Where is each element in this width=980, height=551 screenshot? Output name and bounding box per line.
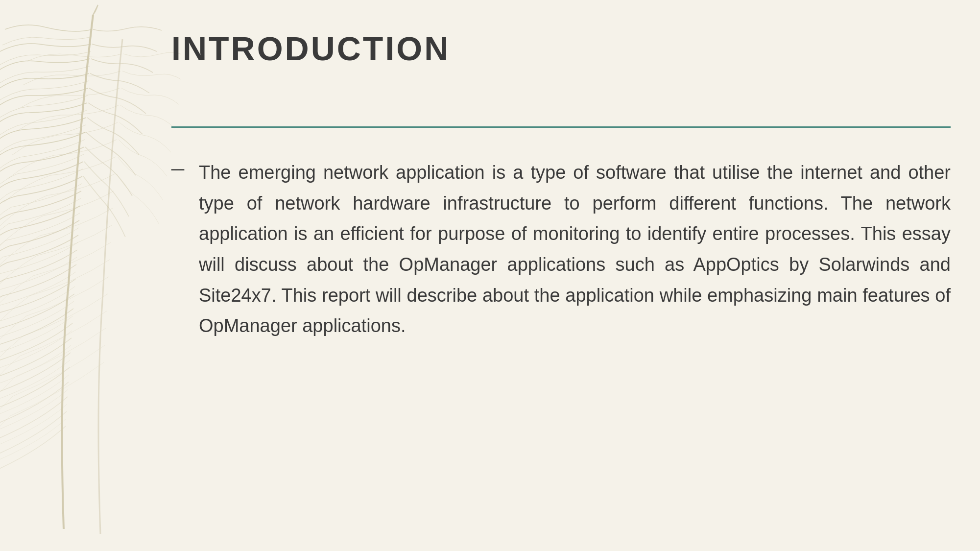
- body-text: The emerging network application is a ty…: [199, 157, 951, 341]
- bullet-section: – The emerging network application is a …: [171, 157, 951, 341]
- divider-line: [171, 126, 951, 128]
- content-area: INTRODUCTION – The emerging network appl…: [171, 29, 951, 522]
- feather-svg: [0, 0, 181, 551]
- feather-decoration: [0, 0, 181, 551]
- slide-title: INTRODUCTION: [171, 29, 951, 68]
- bullet-dash: –: [171, 153, 184, 181]
- slide-container: INTRODUCTION – The emerging network appl…: [0, 0, 980, 551]
